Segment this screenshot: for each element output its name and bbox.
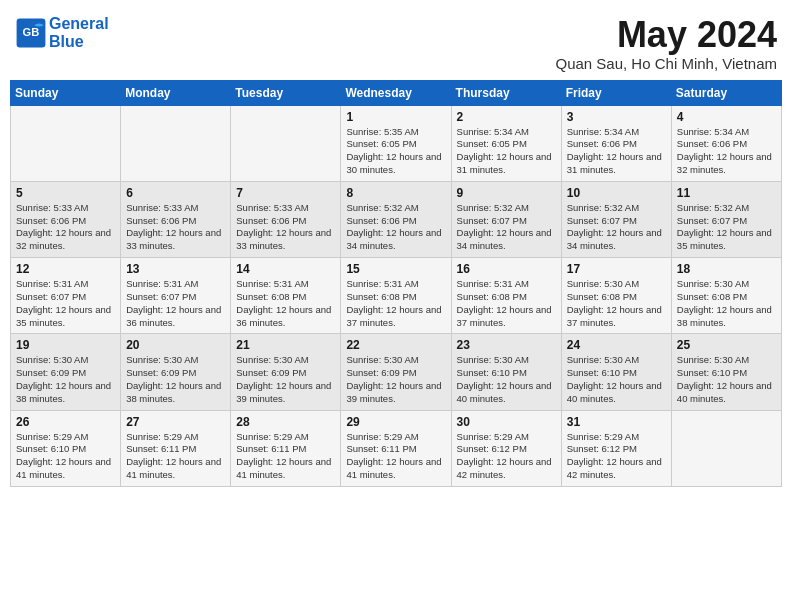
day-number: 14 xyxy=(236,262,335,276)
day-info: Sunrise: 5:34 AM Sunset: 6:05 PM Dayligh… xyxy=(457,126,556,177)
day-cell-24: 24Sunrise: 5:30 AM Sunset: 6:10 PM Dayli… xyxy=(561,334,671,410)
week-row-2: 5Sunrise: 5:33 AM Sunset: 6:06 PM Daylig… xyxy=(11,181,782,257)
day-number: 5 xyxy=(16,186,115,200)
day-number: 25 xyxy=(677,338,776,352)
day-info: Sunrise: 5:29 AM Sunset: 6:11 PM Dayligh… xyxy=(126,431,225,482)
day-info: Sunrise: 5:29 AM Sunset: 6:11 PM Dayligh… xyxy=(236,431,335,482)
day-cell-20: 20Sunrise: 5:30 AM Sunset: 6:09 PM Dayli… xyxy=(121,334,231,410)
logo-icon: GB xyxy=(15,17,47,49)
day-number: 11 xyxy=(677,186,776,200)
day-info: Sunrise: 5:29 AM Sunset: 6:12 PM Dayligh… xyxy=(457,431,556,482)
day-info: Sunrise: 5:30 AM Sunset: 6:10 PM Dayligh… xyxy=(457,354,556,405)
day-cell-31: 31Sunrise: 5:29 AM Sunset: 6:12 PM Dayli… xyxy=(561,410,671,486)
day-cell-18: 18Sunrise: 5:30 AM Sunset: 6:08 PM Dayli… xyxy=(671,258,781,334)
day-cell-11: 11Sunrise: 5:32 AM Sunset: 6:07 PM Dayli… xyxy=(671,181,781,257)
day-number: 22 xyxy=(346,338,445,352)
day-number: 19 xyxy=(16,338,115,352)
day-number: 27 xyxy=(126,415,225,429)
day-cell-15: 15Sunrise: 5:31 AM Sunset: 6:08 PM Dayli… xyxy=(341,258,451,334)
day-number: 16 xyxy=(457,262,556,276)
week-row-3: 12Sunrise: 5:31 AM Sunset: 6:07 PM Dayli… xyxy=(11,258,782,334)
empty-cell xyxy=(11,105,121,181)
day-cell-7: 7Sunrise: 5:33 AM Sunset: 6:06 PM Daylig… xyxy=(231,181,341,257)
weekday-header-friday: Friday xyxy=(561,80,671,105)
day-cell-13: 13Sunrise: 5:31 AM Sunset: 6:07 PM Dayli… xyxy=(121,258,231,334)
day-cell-27: 27Sunrise: 5:29 AM Sunset: 6:11 PM Dayli… xyxy=(121,410,231,486)
day-number: 12 xyxy=(16,262,115,276)
day-cell-23: 23Sunrise: 5:30 AM Sunset: 6:10 PM Dayli… xyxy=(451,334,561,410)
day-info: Sunrise: 5:29 AM Sunset: 6:11 PM Dayligh… xyxy=(346,431,445,482)
day-info: Sunrise: 5:30 AM Sunset: 6:09 PM Dayligh… xyxy=(126,354,225,405)
logo: GB General Blue xyxy=(15,15,109,50)
day-cell-25: 25Sunrise: 5:30 AM Sunset: 6:10 PM Dayli… xyxy=(671,334,781,410)
day-number: 17 xyxy=(567,262,666,276)
day-info: Sunrise: 5:29 AM Sunset: 6:12 PM Dayligh… xyxy=(567,431,666,482)
logo-text: General Blue xyxy=(49,15,109,50)
day-number: 24 xyxy=(567,338,666,352)
week-row-5: 26Sunrise: 5:29 AM Sunset: 6:10 PM Dayli… xyxy=(11,410,782,486)
day-number: 18 xyxy=(677,262,776,276)
location: Quan Sau, Ho Chi Minh, Vietnam xyxy=(555,55,777,72)
calendar-table: SundayMondayTuesdayWednesdayThursdayFrid… xyxy=(10,80,782,487)
day-number: 2 xyxy=(457,110,556,124)
day-cell-16: 16Sunrise: 5:31 AM Sunset: 6:08 PM Dayli… xyxy=(451,258,561,334)
week-row-4: 19Sunrise: 5:30 AM Sunset: 6:09 PM Dayli… xyxy=(11,334,782,410)
day-info: Sunrise: 5:30 AM Sunset: 6:09 PM Dayligh… xyxy=(16,354,115,405)
day-cell-29: 29Sunrise: 5:29 AM Sunset: 6:11 PM Dayli… xyxy=(341,410,451,486)
day-number: 26 xyxy=(16,415,115,429)
day-cell-2: 2Sunrise: 5:34 AM Sunset: 6:05 PM Daylig… xyxy=(451,105,561,181)
day-number: 3 xyxy=(567,110,666,124)
week-row-1: 1Sunrise: 5:35 AM Sunset: 6:05 PM Daylig… xyxy=(11,105,782,181)
empty-cell xyxy=(671,410,781,486)
page-header: GB General Blue May 2024 Quan Sau, Ho Ch… xyxy=(10,10,782,72)
day-number: 30 xyxy=(457,415,556,429)
day-number: 10 xyxy=(567,186,666,200)
day-number: 8 xyxy=(346,186,445,200)
day-info: Sunrise: 5:31 AM Sunset: 6:07 PM Dayligh… xyxy=(16,278,115,329)
day-cell-5: 5Sunrise: 5:33 AM Sunset: 6:06 PM Daylig… xyxy=(11,181,121,257)
svg-text:GB: GB xyxy=(23,26,40,38)
day-number: 1 xyxy=(346,110,445,124)
day-cell-9: 9Sunrise: 5:32 AM Sunset: 6:07 PM Daylig… xyxy=(451,181,561,257)
day-info: Sunrise: 5:32 AM Sunset: 6:07 PM Dayligh… xyxy=(677,202,776,253)
day-cell-10: 10Sunrise: 5:32 AM Sunset: 6:07 PM Dayli… xyxy=(561,181,671,257)
day-info: Sunrise: 5:31 AM Sunset: 6:07 PM Dayligh… xyxy=(126,278,225,329)
day-cell-21: 21Sunrise: 5:30 AM Sunset: 6:09 PM Dayli… xyxy=(231,334,341,410)
weekday-header-wednesday: Wednesday xyxy=(341,80,451,105)
day-info: Sunrise: 5:30 AM Sunset: 6:09 PM Dayligh… xyxy=(346,354,445,405)
day-info: Sunrise: 5:35 AM Sunset: 6:05 PM Dayligh… xyxy=(346,126,445,177)
day-info: Sunrise: 5:30 AM Sunset: 6:08 PM Dayligh… xyxy=(567,278,666,329)
day-cell-30: 30Sunrise: 5:29 AM Sunset: 6:12 PM Dayli… xyxy=(451,410,561,486)
day-number: 7 xyxy=(236,186,335,200)
day-info: Sunrise: 5:30 AM Sunset: 6:10 PM Dayligh… xyxy=(677,354,776,405)
day-cell-1: 1Sunrise: 5:35 AM Sunset: 6:05 PM Daylig… xyxy=(341,105,451,181)
day-number: 20 xyxy=(126,338,225,352)
day-number: 9 xyxy=(457,186,556,200)
weekday-header-tuesday: Tuesday xyxy=(231,80,341,105)
day-info: Sunrise: 5:29 AM Sunset: 6:10 PM Dayligh… xyxy=(16,431,115,482)
weekday-header-saturday: Saturday xyxy=(671,80,781,105)
day-info: Sunrise: 5:32 AM Sunset: 6:07 PM Dayligh… xyxy=(457,202,556,253)
day-cell-4: 4Sunrise: 5:34 AM Sunset: 6:06 PM Daylig… xyxy=(671,105,781,181)
day-number: 6 xyxy=(126,186,225,200)
day-info: Sunrise: 5:32 AM Sunset: 6:07 PM Dayligh… xyxy=(567,202,666,253)
day-cell-28: 28Sunrise: 5:29 AM Sunset: 6:11 PM Dayli… xyxy=(231,410,341,486)
day-number: 31 xyxy=(567,415,666,429)
day-cell-8: 8Sunrise: 5:32 AM Sunset: 6:06 PM Daylig… xyxy=(341,181,451,257)
day-info: Sunrise: 5:30 AM Sunset: 6:09 PM Dayligh… xyxy=(236,354,335,405)
day-number: 15 xyxy=(346,262,445,276)
day-number: 23 xyxy=(457,338,556,352)
day-cell-6: 6Sunrise: 5:33 AM Sunset: 6:06 PM Daylig… xyxy=(121,181,231,257)
day-info: Sunrise: 5:31 AM Sunset: 6:08 PM Dayligh… xyxy=(346,278,445,329)
day-info: Sunrise: 5:31 AM Sunset: 6:08 PM Dayligh… xyxy=(236,278,335,329)
day-cell-3: 3Sunrise: 5:34 AM Sunset: 6:06 PM Daylig… xyxy=(561,105,671,181)
day-number: 4 xyxy=(677,110,776,124)
weekday-header-thursday: Thursday xyxy=(451,80,561,105)
day-cell-14: 14Sunrise: 5:31 AM Sunset: 6:08 PM Dayli… xyxy=(231,258,341,334)
month-title: May 2024 xyxy=(555,15,777,55)
day-cell-22: 22Sunrise: 5:30 AM Sunset: 6:09 PM Dayli… xyxy=(341,334,451,410)
day-info: Sunrise: 5:31 AM Sunset: 6:08 PM Dayligh… xyxy=(457,278,556,329)
day-cell-26: 26Sunrise: 5:29 AM Sunset: 6:10 PM Dayli… xyxy=(11,410,121,486)
day-number: 29 xyxy=(346,415,445,429)
weekday-header-sunday: Sunday xyxy=(11,80,121,105)
